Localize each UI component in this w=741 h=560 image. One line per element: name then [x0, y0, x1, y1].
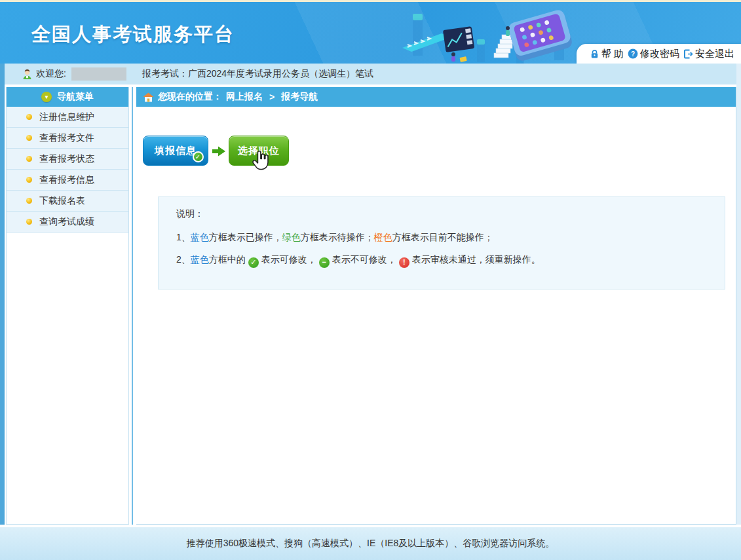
header: 全国人事考试服务平台	[0, 2, 741, 64]
check-circle-icon: ✓	[248, 257, 259, 268]
figure-at-screen	[451, 52, 467, 62]
arrow-right-icon	[212, 145, 225, 157]
main-area: ▼ 导航菜单 注册信息维护 查看报考文件 查看报考状态	[5, 84, 736, 525]
bullet-icon	[26, 219, 32, 225]
notes-box: 说明： 1、蓝色方框表示已操作，绿色方框表示待操作；橙色方框表示目前不能操作； …	[158, 196, 725, 289]
note-text: 表示可修改，	[261, 254, 316, 265]
change-password-link[interactable]: ? 修改密码	[628, 48, 679, 60]
note-text: 方框表示目前不能操作；	[392, 232, 493, 242]
logout-label: 安全退出	[695, 48, 734, 60]
sidebar-item-label: 查看报考文件	[39, 132, 94, 144]
sidebar-item-download-registration-form[interactable]: 下载报名表	[7, 191, 128, 212]
sidebar-item-label: 查询考试成绩	[39, 216, 94, 228]
bullet-icon	[26, 135, 32, 141]
sidebar-item-view-application-status[interactable]: 查看报考状态	[7, 149, 128, 170]
warning-circle-icon: !	[399, 257, 409, 268]
page: 全国人事考试服务平台	[0, 0, 741, 560]
notes-line-2: 2、蓝色方框中的✓表示可修改，−表示不可修改，!表示审核未通过，须重新操作。	[176, 253, 725, 268]
sidebar-item-label: 查看报考信息	[39, 174, 94, 186]
breadcrumb-current: 报考导航	[281, 91, 318, 103]
sidebar-empty-area	[7, 233, 128, 524]
step-button-select-position[interactable]: 选择职位	[229, 136, 289, 166]
exam-name: 广西2024年度考试录用公务员（选调生）笔试	[188, 68, 373, 79]
sidebar: ▼ 导航菜单 注册信息维护 查看报考文件 查看报考状态	[6, 87, 129, 525]
sidebar-menu: 注册信息维护 查看报考文件 查看报考状态 查看报考信息	[7, 107, 128, 233]
green-word: 绿色	[282, 232, 301, 242]
sidebar-header: ▼ 导航菜单	[7, 87, 128, 107]
step-label: 填报信息	[155, 145, 197, 157]
page-title: 全国人事考试服务平台	[31, 22, 235, 48]
breadcrumb-separator: >	[269, 92, 275, 102]
exam-info: 报考考试：广西2024年度考试录用公务员（选调生）笔试	[142, 68, 373, 80]
bullet-icon	[26, 198, 32, 204]
user-name-redacted	[71, 67, 126, 81]
minus-circle-icon: −	[319, 257, 330, 268]
sidebar-item-label: 下载报名表	[39, 195, 85, 207]
svg-text:?: ?	[631, 50, 635, 58]
note-text: 表示审核未通过，须重新操作。	[412, 254, 541, 265]
bullet-icon	[26, 177, 32, 183]
sidebar-item-label: 查看报考状态	[39, 153, 94, 165]
logout-icon	[683, 49, 693, 59]
welcome-greeting: 欢迎您:	[36, 68, 66, 80]
sidebar-item-label: 注册信息维护	[39, 111, 94, 123]
chevron-down-icon: ▼	[41, 92, 52, 102]
step-button-fill-info[interactable]: 填报信息 ✓	[143, 136, 208, 166]
sidebar-item-registration-info[interactable]: 注册信息维护	[7, 107, 128, 128]
exam-prefix: 报考考试：	[142, 68, 188, 79]
blue-word: 蓝色	[191, 232, 209, 242]
user-avatar-icon	[22, 69, 33, 80]
note-number: 1、	[176, 232, 191, 242]
notes-heading: 说明：	[176, 208, 725, 220]
footer: 推荐使用360极速模式、搜狗（高速模式）、IE（IE8及以上版本）、谷歌浏览器访…	[0, 527, 741, 560]
change-password-label: 修改密码	[640, 48, 679, 60]
figure-on-stairs	[506, 26, 510, 36]
content-area: 您现在的位置： 网上报名 > 报考导航 填报信息 ✓ 选择职位	[136, 87, 736, 525]
logout-link[interactable]: 安全退出	[683, 48, 734, 60]
editable-check-badge: ✓	[193, 151, 204, 162]
sidebar-content-divider	[132, 87, 133, 525]
note-text: 方框表示已操作，	[209, 232, 282, 242]
sidebar-item-view-application-info[interactable]: 查看报考信息	[7, 170, 128, 191]
note-text: 方框表示待操作；	[301, 232, 374, 242]
question-icon: ?	[628, 48, 638, 59]
footer-text: 推荐使用360极速模式、搜狗（高速模式）、IE（IE8及以上版本）、谷歌浏览器访…	[187, 538, 555, 550]
sidebar-title: 导航菜单	[57, 91, 94, 103]
header-utility-links: 帮 助 ? 修改密码 安全退出	[577, 44, 741, 64]
help-link[interactable]: 帮 助	[590, 48, 624, 60]
blue-word: 蓝色	[191, 254, 209, 265]
orange-word: 橙色	[374, 232, 392, 242]
note-text: 表示不可修改，	[332, 254, 396, 265]
sidebar-item-query-exam-results[interactable]: 查询考试成绩	[7, 212, 128, 233]
help-label: 帮 助	[601, 48, 624, 60]
breadcrumb-prefix: 您现在的位置：	[158, 91, 222, 103]
sidebar-item-view-exam-documents[interactable]: 查看报考文件	[7, 128, 128, 149]
home-icon	[143, 92, 154, 102]
step-flow: 填报信息 ✓ 选择职位	[143, 136, 736, 168]
lock-icon	[590, 49, 599, 59]
note-number: 2、	[176, 254, 191, 265]
breadcrumb: 您现在的位置： 网上报名 > 报考导航	[136, 87, 736, 107]
breadcrumb-section: 网上报名	[226, 91, 263, 103]
notes-line-1: 1、蓝色方框表示已操作，绿色方框表示待操作；橙色方框表示目前不能操作；	[176, 231, 725, 244]
framed-body: 欢迎您: 报考考试：广西2024年度考试录用公务员（选调生）笔试 ▼ 导航菜单 …	[0, 64, 741, 525]
bullet-icon	[26, 114, 32, 120]
cursor-hand-icon	[250, 151, 273, 174]
note-text: 方框中的	[209, 254, 246, 265]
welcome-bar: 欢迎您: 报考考试：广西2024年度考试录用公务员（选调生）笔试	[5, 64, 736, 84]
header-illustration	[398, 5, 582, 64]
bullet-icon	[26, 156, 32, 162]
